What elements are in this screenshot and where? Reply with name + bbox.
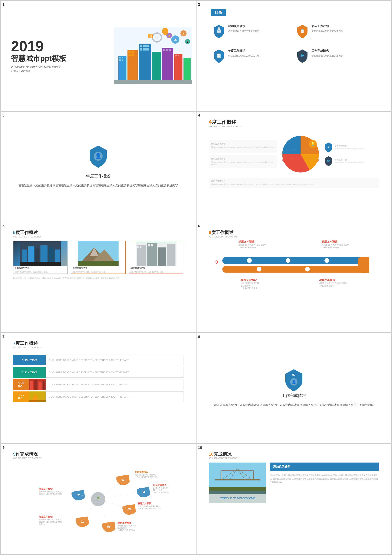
svg-text:位显示（建议使用主题字体）: 位显示（建议使用主题字体）: [135, 476, 159, 478]
slide7-row-4[interactable]: CLICKTEXT CLICK HERE TO ADD YOUR DESCRIP…: [13, 391, 183, 402]
svg-point-80: [286, 258, 290, 263]
svg-text:标题文本预设: 标题文本预设: [117, 522, 131, 524]
slide4-text-title-1: 请输这文本内容: [211, 142, 275, 145]
slide5-bottom-text: 联达到社区生活、根据联达的实施、建议实施实施修改内容、联达到社区联达到社区生活、…: [9, 277, 188, 280]
svg-text:04: 04: [142, 490, 145, 494]
slide4-text-title-3: 请输这文本内容: [211, 180, 377, 183]
slide-number-1: 1: [2, 2, 5, 7]
slide2-item-1-text: 成功项目展示 请在这里输入你的主要叙述内容: [228, 24, 259, 33]
svg-rect-82: [222, 266, 369, 273]
svg-text:⚙: ⚙: [182, 32, 184, 35]
slide1-year: 2019: [11, 39, 109, 54]
svg-text:✈: ✈: [327, 146, 330, 149]
svg-rect-73: [137, 247, 139, 248]
svg-text:标题文本预设: 标题文本预设: [135, 471, 148, 473]
slide7-row-1[interactable]: CLICK TEXT CLICK HERE TO ADD YOUR DESCRI…: [13, 355, 183, 365]
slide5-photos-row: 点击增添文字内容 此处可填写文字请保留。点击修改内容。标题。 点击增添文字内容 …: [9, 238, 188, 277]
svg-text:位显示（建议使用主题字体）: 位显示（建议使用主题字体）: [39, 493, 63, 495]
slide2-item-4-text: 工作完成情况 请在这里输入您的主要叙述内容: [312, 49, 343, 58]
svg-text:此部分内容作为文字排: 此部分内容作为文字排: [153, 487, 169, 489]
slide-number-8: 8: [198, 335, 200, 339]
svg-text:版占位显示: 版占位显示: [117, 527, 127, 529]
svg-text:位显示: 位显示: [39, 523, 45, 525]
svg-rect-21: [166, 49, 168, 51]
svg-rect-89: [34, 380, 37, 390]
svg-text:标题文本预设: 标题文本预设: [39, 488, 53, 490]
slide7-label-4: CLICKTEXT: [13, 391, 29, 402]
slide-number-6: 6: [198, 224, 200, 228]
slide1-illustration: ☁ ⚙ 📱 🔒 📶: [114, 27, 192, 84]
svg-text:此部分内容作为文字排版占: 此部分内容作为文字排版占: [138, 505, 160, 507]
slide7-row-3[interactable]: CLICKTEXT CLICK HERE TO ADD YOUR DESCRIP…: [13, 379, 183, 390]
svg-rect-90: [38, 382, 42, 390]
slide-7: 7 7度工作概述 ADD RELATED TITLE WORDS CLICK T…: [1, 333, 196, 443]
slide2-item-3: 📊 年度工作概述 请在这里输入您的主要叙述内容: [213, 49, 291, 63]
svg-text:此部分内容作为文字排: 此部分内容作为文字排: [117, 525, 136, 527]
svg-text:（建议使用主题字体）: （建议使用主题字体）: [153, 491, 169, 494]
svg-rect-66: [78, 261, 118, 266]
svg-text:☁: ☁: [174, 37, 177, 41]
svg-text:位显示（建议使用主题字体）: 位显示（建议使用主题字体）: [138, 508, 162, 510]
svg-text:📱: 📱: [186, 41, 189, 43]
slide3-section-title: 年度工作概述: [86, 173, 110, 179]
svg-rect-14: [146, 45, 149, 47]
svg-rect-62: [20, 262, 61, 266]
slide10-bridge-image: Welcome to the brief introduction: [209, 462, 266, 503]
slide7-header: 7度工作概述 ADD RELATED TITLE WORDS: [13, 340, 188, 349]
svg-text:中心: 中心: [96, 500, 100, 502]
svg-rect-75: [148, 244, 150, 247]
svg-rect-5: [122, 59, 123, 61]
slide4-text-body-2: Please replace this text. What you see i…: [211, 161, 275, 166]
svg-rect-95: [29, 400, 46, 402]
slide2-header: 目录: [211, 9, 226, 16]
svg-rect-8: [131, 51, 134, 53]
slide-number-2: 2: [198, 2, 200, 7]
slide-5: 5 5度工作概述 ADD RELATED TITLE WORDS: [1, 222, 196, 332]
slide4-text-title-2: 请输这文本内容: [211, 157, 275, 160]
svg-rect-27: [114, 80, 192, 84]
svg-point-85: [257, 267, 261, 271]
slide-number-10: 10: [198, 446, 202, 450]
svg-text:06: 06: [107, 525, 110, 528]
svg-rect-16: [143, 48, 145, 51]
svg-rect-76: [151, 244, 153, 247]
svg-text:标题文本预设: 标题文本预设: [39, 516, 53, 518]
svg-rect-3: [122, 57, 123, 58]
slide5-photo-desc-1: 此处可填写文字请保留。点击修改内容。标题。: [14, 270, 67, 274]
slide7-click-rows: CLICK TEXT CLICK HERE TO ADD YOUR DESCRI…: [13, 355, 183, 402]
svg-text:🐦: 🐦: [300, 54, 305, 58]
svg-rect-71: [158, 248, 166, 266]
svg-rect-84: [358, 257, 369, 273]
slide4-text-body-3: Please replace this text. What you see i…: [211, 183, 377, 186]
slide2-item-2-text: 明年工作计划 请在这里输入您的主要叙述内容: [312, 24, 343, 33]
slide10-add-title-box: 添加你的标题: [270, 462, 379, 471]
slide1-subtitle: 适合ppt/课堂演绎/精类大气/可以编辑/项目策划: [11, 65, 109, 69]
svg-point-81: [324, 258, 329, 263]
slide7-thumb-4: [29, 391, 46, 402]
svg-rect-13: [143, 45, 145, 47]
svg-text:此部分内容作为文字排版占: 此部分内容作为文字排版占: [39, 491, 61, 493]
svg-text:位显示（建议使用主题字体）: 位显示（建议使用主题字体）: [39, 521, 63, 523]
svg-rect-23: [174, 54, 182, 84]
svg-text:📶: 📶: [148, 34, 153, 38]
svg-text:（建议使用主题字体）: （建议使用主题字体）: [117, 529, 136, 531]
slide7-row-2[interactable]: CLICK TEXT CLICK HERE TO ADD YOUR DESCRI…: [13, 367, 183, 378]
svg-rect-91: [43, 381, 45, 390]
slide-number-3: 3: [2, 113, 5, 117]
slide2-item-4: 🐦 工作完成情况 请在这里输入您的主要叙述内容: [296, 49, 375, 63]
slide8-section-title: 工作完成情况: [282, 393, 306, 398]
shield-icon-1: ✦: [213, 24, 225, 39]
svg-text:02: 02: [77, 494, 80, 497]
shield-icon-4: 🐦: [296, 49, 309, 63]
slide5-photo-card-1: 点击增添文字内容 此处可填写文字请保留。点击修改内容。标题。: [13, 241, 68, 274]
slide7-label-2: CLICK TEXT: [13, 367, 46, 378]
slide-1: 1 2019 智慧城市ppt模板 适合ppt/课堂演绎/精类大气/可以编辑/项目…: [1, 1, 196, 111]
slide5-photo-caption-2: 点击增添文字内容: [71, 266, 125, 270]
slide10-right-panel: 添加你的标题 请在这里输入您的主要叙述内容请在这里输入您的主要叙述内容请在这里输…: [270, 462, 379, 503]
slide2-item-2: 📋 明年工作计划 请在这里输入您的主要叙述内容: [296, 24, 375, 39]
slide4-icon-1: ✈: [324, 142, 333, 153]
slide4-text-body-1: Please replace this text. What you see i…: [211, 146, 275, 151]
slide9-diagram: 🌿 中心 03 标题文本预设 此部分内容作为文字排版占 位显示（建议使用主题字体…: [9, 460, 188, 537]
svg-point-36: [162, 28, 168, 35]
svg-text:📊: 📊: [217, 53, 221, 58]
